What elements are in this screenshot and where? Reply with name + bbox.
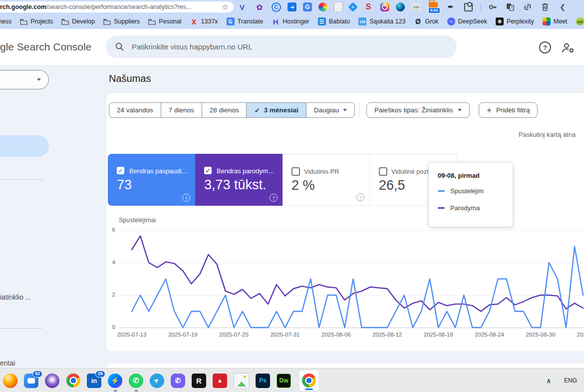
impressions-legend-dash — [438, 207, 445, 209]
viber-icon[interactable]: ✆ — [171, 374, 185, 388]
invoice-doc-icon: 123 — [358, 17, 366, 25]
chart-tooltip: 09-08, pirmad Spustelėjim Parodyma — [428, 162, 513, 227]
chrome-active-icon[interactable] — [299, 371, 318, 391]
bookmark-1337x[interactable]: X1337x — [190, 17, 218, 25]
translate-extension-icon[interactable]: G — [303, 2, 312, 11]
search-console-logo[interactable]: gle Search Console — [0, 41, 91, 53]
help-icon[interactable]: ? — [182, 194, 190, 202]
ctr-checkbox[interactable] — [292, 167, 300, 176]
overflow-chevron-icon[interactable]: ❮ — [557, 1, 568, 12]
address-bar[interactable]: earch.google.com/search-console/performa… — [0, 1, 234, 12]
add-filter-button[interactable]: +Pridėti filtrą — [479, 102, 538, 118]
photo-editor-icon[interactable] — [234, 373, 249, 389]
x-icon: X — [190, 17, 198, 25]
flower-extension-icon[interactable]: ✿ — [254, 1, 265, 12]
bookmark-grok[interactable]: ØGrok — [414, 17, 438, 25]
page-translate-icon[interactable] — [505, 1, 516, 12]
color-picker-extension-icon[interactable]: ✒ — [445, 1, 456, 12]
sidebar-item-label[interactable]: iatinklio ... — [0, 293, 31, 301]
bookmark-folder-develop[interactable]: Develop — [61, 18, 95, 25]
sidebar-item-performance-selected[interactable] — [0, 135, 49, 157]
sidebar-item-label[interactable]: entai — [0, 359, 15, 367]
bookmark-saskaita[interactable]: 123Sąskaita 123 — [358, 17, 405, 25]
sidebar-divider — [0, 328, 42, 329]
impressions-value: 3,73 tūkst. — [204, 177, 267, 193]
chrome-icon[interactable] — [66, 374, 80, 388]
firefox-icon[interactable] — [3, 374, 17, 388]
settings-user-icon[interactable] — [561, 42, 575, 55]
property-selector[interactable] — [0, 70, 49, 89]
check-icon: ✓ — [254, 106, 260, 114]
messenger-icon[interactable]: ⚡ — [108, 374, 122, 388]
bookmark-deepseek[interactable]: ~DeepSeek — [447, 17, 487, 25]
password-key-icon[interactable] — [487, 1, 498, 12]
toolbar-separator — [480, 3, 481, 11]
bookmark-star-icon[interactable]: ☆ — [222, 2, 229, 11]
bookmark-folder-projects[interactable]: Projects — [20, 18, 53, 25]
bookmark-folder-suppliers[interactable]: Suppliers — [103, 18, 140, 25]
range-7d-button[interactable]: 7 dienos — [161, 103, 202, 117]
running-indicator — [135, 390, 138, 392]
url-inspect-search[interactable]: Patikrinkite visus happybarn.no URL — [106, 35, 457, 58]
extensions-row: V ✿ C ➜ G S </> 9.64 ✒ — [237, 0, 568, 14]
bookmark-babiato[interactable]: ☰Babiato — [318, 17, 350, 25]
telegram-icon[interactable]: ➤ — [150, 374, 164, 388]
screen: earch.google.com/search-console/performa… — [0, 0, 584, 392]
r-app-icon[interactable]: R — [192, 374, 206, 388]
photoshop-icon[interactable]: Ps — [256, 374, 270, 388]
performance-chart[interactable]: Spustelėjimai 0246 2025-07-132025-07-192… — [106, 215, 584, 351]
x-tick-label: 2025-09-05 — [577, 332, 584, 338]
share-extension-icon[interactable]: ➜ — [288, 2, 296, 11]
seo-extension-icon[interactable]: S — [363, 1, 374, 12]
range-24h-button[interactable]: 24 valandos — [109, 103, 161, 117]
clicks-checkbox[interactable]: ✓ — [117, 167, 124, 174]
bookmark-folder-pesonal[interactable]: Pesonal — [148, 18, 181, 25]
position-checkbox[interactable] — [379, 167, 387, 176]
shopping-bag-extension-icon[interactable]: 9.64 — [428, 1, 439, 12]
dreamweaver-icon[interactable]: Dw — [277, 374, 291, 388]
tag-extension-icon[interactable] — [348, 2, 358, 12]
copy-link-icon[interactable] — [522, 1, 533, 12]
search-type-filter-button[interactable]: Paieškos tipas: Žiniatinklis — [366, 102, 470, 118]
chat-app-icon[interactable]: 52 — [24, 374, 38, 388]
v-extension-icon[interactable]: V — [237, 1, 248, 12]
bookmark-translate[interactable]: GTranslate — [227, 17, 264, 25]
bookmark-item[interactable]: iness — [0, 18, 11, 25]
browser-topbar: earch.google.com/search-console/performa… — [0, 0, 584, 14]
bookmark-meet[interactable]: Meet — [543, 17, 568, 25]
linkedin-icon[interactable]: in26 — [87, 374, 101, 388]
acrobat-icon[interactable]: ▲ — [213, 374, 227, 388]
code-extension-icon[interactable]: </> — [411, 3, 421, 11]
help-icon[interactable]: ? — [539, 41, 551, 53]
tray-expand-icon[interactable]: ∧ — [546, 377, 551, 385]
tor-browser-icon[interactable] — [45, 374, 59, 388]
color-wheel-extension-icon[interactable] — [318, 2, 327, 11]
help-icon[interactable]: ? — [356, 193, 364, 201]
language-indicator[interactable]: ENG — [564, 377, 577, 384]
impressions-checkbox[interactable]: ✓ — [204, 167, 212, 174]
total-impressions-card[interactable]: ✓ Bendras parodym… 3,73 tūkst. ? — [195, 154, 283, 206]
bookmark-hostinger[interactable]: HHostinger — [272, 17, 309, 25]
total-clicks-card[interactable]: ✓ Bendras paspaudi… 73 ? — [108, 154, 195, 206]
camera-extension-icon[interactable] — [380, 2, 389, 11]
ctr-value: 2 % — [292, 178, 315, 193]
notes-extension-icon[interactable] — [334, 2, 343, 12]
bookmark-perplexity[interactable]: ✳Perplexity — [496, 17, 534, 25]
extension-badge: 9.64 — [428, 7, 440, 13]
bookmark-eso[interactable]: esoESO — [576, 17, 584, 25]
last-updated-text: Paskutinį kartą atna — [519, 131, 576, 138]
avg-ctr-card[interactable]: Vidutinis PR 2 % ? — [283, 154, 370, 206]
range-28d-button[interactable]: 28 dienos — [202, 103, 247, 117]
range-more-button[interactable]: Daugiau — [306, 103, 354, 117]
sidebar-divider — [0, 179, 43, 180]
sphere-extension-icon[interactable] — [396, 2, 405, 11]
search-placeholder: Patikrinkite visus happybarn.no URL — [132, 42, 253, 51]
notification-badge: 52 — [32, 371, 42, 378]
whatsapp-icon[interactable]: ✆ — [129, 374, 143, 388]
help-icon[interactable]: ? — [270, 194, 278, 202]
c-circle-extension-icon[interactable]: C — [272, 2, 281, 12]
performance-chart-svg — [106, 215, 584, 335]
extensions-puzzle-icon[interactable] — [463, 1, 474, 12]
trash-icon[interactable] — [540, 1, 551, 12]
range-3mo-button[interactable]: ✓3 mėnesiai — [246, 103, 305, 117]
